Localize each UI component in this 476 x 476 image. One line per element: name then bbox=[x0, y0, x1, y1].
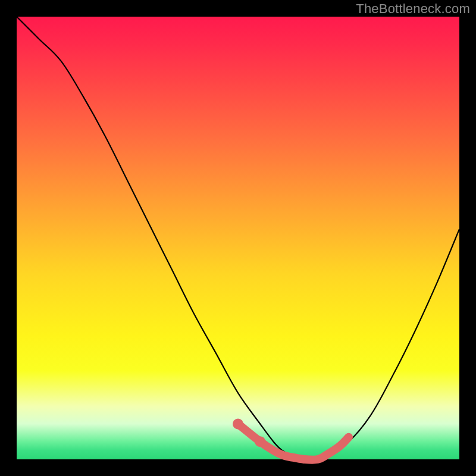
chart-svg bbox=[17, 17, 459, 459]
highlight-segment bbox=[238, 424, 349, 460]
chart-frame: TheBottleneck.com bbox=[0, 0, 476, 476]
highlight-dot bbox=[255, 436, 265, 447]
watermark-text: TheBottleneck.com bbox=[356, 1, 470, 17]
highlight-dot bbox=[233, 419, 243, 430]
plot-area bbox=[17, 17, 459, 459]
bottleneck-curve bbox=[17, 17, 459, 460]
